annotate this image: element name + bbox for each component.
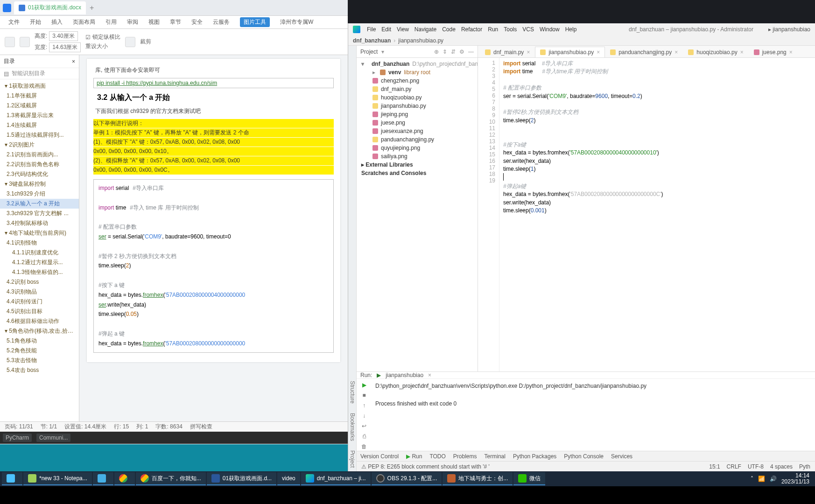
lang[interactable]: Pyth xyxy=(799,463,810,470)
system-tray[interactable]: ˄ 📶 🔊 14:14 2023/11/13 xyxy=(747,473,813,485)
soft-wrap-icon[interactable]: ↩ xyxy=(362,423,366,429)
structure-tab[interactable]: Structure xyxy=(349,381,356,404)
outline-smart-label[interactable]: 智能识别目录 xyxy=(12,70,45,77)
taskbar-item[interactable]: video xyxy=(277,472,300,485)
ribbon-tab-引用[interactable]: 引用 xyxy=(105,18,117,26)
bookmarks-tab[interactable]: Bookmarks xyxy=(349,413,356,441)
outline-item[interactable]: 1.5通过连续截屏得到... xyxy=(0,130,79,140)
run-tab-close-icon[interactable]: × xyxy=(428,372,431,378)
tool-problems[interactable]: Problems xyxy=(453,453,477,460)
indent[interactable]: 4 spaces xyxy=(770,463,793,470)
hide-icon[interactable]: — xyxy=(468,49,474,55)
taskbar-item[interactable]: 地下城与勇士：创... xyxy=(443,472,513,485)
outline-item[interactable]: 5.2角色技能 xyxy=(0,346,79,356)
tray-sound-icon[interactable]: 🔊 xyxy=(770,476,777,482)
outline-item[interactable]: 4.3识别物品 xyxy=(0,287,79,297)
menu-tools[interactable]: Tools xyxy=(504,26,517,33)
editor-tab-dnf_main.py[interactable]: dnf_main.py × xyxy=(480,47,535,57)
ribbon-tab-开始[interactable]: 开始 xyxy=(30,18,41,26)
tree-file-juesexuanze.png[interactable]: juesexuanze.png xyxy=(357,127,478,135)
outline-item[interactable]: 4.1识别怪物 xyxy=(0,238,79,248)
tree-file-huoqizuobiao.py[interactable]: huoqizuobiao.py xyxy=(357,93,478,102)
menu-navigate[interactable]: Navigate xyxy=(415,26,436,33)
ribbon-tab-审阅[interactable]: 审阅 xyxy=(127,18,138,26)
height-input[interactable]: 3.40厘米 xyxy=(49,31,77,41)
outline-item[interactable]: ▾ 2识别图片 xyxy=(0,140,79,150)
code-body[interactable]: import serial #导入串口库 import time #导入time… xyxy=(499,58,815,371)
outline-item[interactable]: 2.1识别当前画面内... xyxy=(0,150,79,160)
ribbon-tab-视图[interactable]: 视图 xyxy=(148,18,160,26)
outline-item[interactable]: 4.1.3怪物坐标值的... xyxy=(0,267,79,277)
expand-all-icon[interactable]: ⇕ xyxy=(443,49,447,55)
tray-network-icon[interactable]: 📶 xyxy=(758,476,765,482)
down-icon[interactable]: ↓ xyxy=(363,413,365,419)
tool-python-console[interactable]: Python Console xyxy=(564,453,604,460)
ribbon-tab-漳州市专属W[interactable]: 漳州市专属W xyxy=(280,18,313,26)
outline-item[interactable]: ▾ 5角色动作(移动,攻击,拾取... xyxy=(0,326,79,336)
tool-version-control[interactable]: Version Control xyxy=(360,453,399,460)
ribbon-tab-章节[interactable]: 章节 xyxy=(170,18,181,26)
select-opened-file-icon[interactable]: ⊕ xyxy=(434,49,439,55)
outline-item[interactable]: 4.4识别传送门 xyxy=(0,297,79,307)
outline-item[interactable]: 5.1角色移动 xyxy=(0,336,79,346)
ribbon-tab-文件[interactable]: 文件 xyxy=(8,18,20,26)
tool-todo[interactable]: TODO xyxy=(429,453,445,460)
project-header-label[interactable]: Project xyxy=(360,49,378,55)
code-editor[interactable]: 12345678910111213141516171819 import ser… xyxy=(478,58,815,371)
ribbon-tab-插入[interactable]: 插入 xyxy=(51,18,63,26)
outline-item[interactable]: 5.3攻击怪物 xyxy=(0,356,79,365)
run-config-dropdown[interactable]: ▸ jianpanshubiao xyxy=(768,26,810,33)
outline-item[interactable]: 3.1ch9329 介绍 xyxy=(0,189,79,199)
tree-file-quyujieping.png[interactable]: quyujieping.png xyxy=(357,144,478,152)
menu-help[interactable]: Help xyxy=(565,26,577,33)
tree-file-panduanchangjing.py[interactable]: panduanchangjing.py xyxy=(357,135,478,144)
outline-item[interactable]: 4.2识别 boss xyxy=(0,277,79,287)
taskbar-item[interactable]: 01获取游戏画面.d... xyxy=(207,472,276,485)
editor-tab-juese.png[interactable]: juese.png × xyxy=(749,47,798,57)
tree-file-sailiya.png[interactable]: sailiya.png xyxy=(357,152,478,161)
tree-file-juese.png[interactable]: juese.png xyxy=(357,119,478,127)
tree-file-jieping.png[interactable]: jieping.png xyxy=(357,110,478,119)
reset-size-button[interactable]: 重设大小 xyxy=(85,42,108,50)
outline-item[interactable]: 4.6根据目标做出动作 xyxy=(0,316,79,326)
menu-window[interactable]: Window xyxy=(540,26,560,33)
print-icon[interactable]: ⎙ xyxy=(363,433,366,440)
taskbar-item[interactable]: OBS 29.1.3 - 配置... xyxy=(372,472,442,485)
taskbar-item[interactable]: 微信 xyxy=(513,472,545,485)
outline-item[interactable]: 4.1.1识别速度优化 xyxy=(0,248,79,258)
tree-root[interactable]: dnf_banzhuan D:\python_project\dnf_banzh xyxy=(357,60,478,68)
outline-item[interactable]: 5.4攻击 boss xyxy=(0,365,79,375)
crumb-project[interactable]: dnf_banzhuan xyxy=(353,37,391,44)
ribbon-tab-云服务[interactable]: 云服务 xyxy=(213,18,230,26)
tree-file-jianpanshubiao.py[interactable]: jianpanshubiao.py xyxy=(357,102,478,110)
line-sep[interactable]: CRLF xyxy=(727,463,741,470)
tool-python-packages[interactable]: Python Packages xyxy=(513,453,556,460)
menu-code[interactable]: Code xyxy=(442,26,456,33)
menu-run[interactable]: Run xyxy=(488,26,498,33)
taskbar-item[interactable]: dnf_banzhuan – ji... xyxy=(301,472,371,485)
lock-ratio-checkbox[interactable]: ☑ xyxy=(85,34,91,41)
outline-item[interactable]: ▾ 3键盘鼠标控制 xyxy=(0,179,79,189)
crumb-file[interactable]: jianpanshubiao.py xyxy=(398,37,443,44)
outline-close-icon[interactable]: × xyxy=(72,58,75,65)
tool-run[interactable]: ▶ Run xyxy=(406,453,422,460)
settings-icon[interactable]: ⚙ xyxy=(459,49,464,55)
outline-tab-icon[interactable]: ▤ xyxy=(4,70,9,77)
taskbar-clock[interactable]: 14:14 2023/11/13 xyxy=(781,473,809,485)
crop-icon[interactable] xyxy=(125,37,135,47)
paste-icon[interactable] xyxy=(5,37,15,47)
tree-file-chengzhen.png[interactable]: chengzhen.png xyxy=(357,77,478,85)
wps-document-area[interactable]: 库, 使用下面命令安装即可 pip install -i https://pyp… xyxy=(79,55,348,421)
tree-scratches[interactable]: Scratches and Consoles xyxy=(357,169,478,177)
encoding[interactable]: UTF-8 xyxy=(748,463,764,470)
editor-tab-panduanchangjing.py[interactable]: panduanchangjing.py × xyxy=(605,47,683,57)
menu-edit[interactable]: Edit xyxy=(381,26,391,33)
tree-venv[interactable]: venv library root xyxy=(357,68,478,77)
outline-item[interactable]: 3.4控制鼠标移动 xyxy=(0,218,79,228)
tool-terminal[interactable]: Terminal xyxy=(485,453,506,460)
outline-item[interactable]: 1.3将截屏显示出来 xyxy=(0,111,79,120)
menu-refactor[interactable]: Refactor xyxy=(461,26,482,33)
run-tab[interactable]: jianpanshubiao xyxy=(386,372,423,378)
tool-services[interactable]: Services xyxy=(611,453,632,460)
taskbar-item[interactable]: 百度一下，你就知... xyxy=(136,472,206,485)
